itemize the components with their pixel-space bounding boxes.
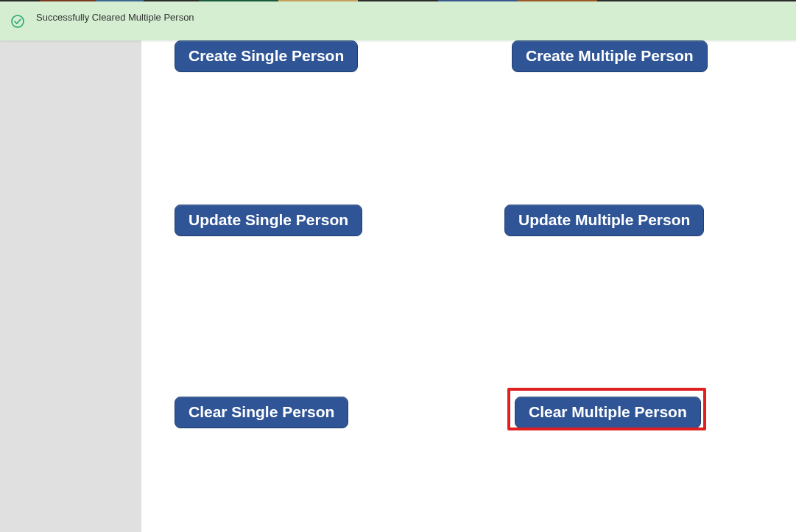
sidebar-placeholder [0,0,141,532]
success-toast: Successfully Cleared Multiple Person [0,1,796,40]
clear-multiple-person-button[interactable]: Clear Multiple Person [515,397,701,428]
check-circle-icon [11,15,24,28]
svg-point-0 [12,15,24,27]
window-accent-border [0,0,796,1]
update-single-person-button[interactable]: Update Single Person [175,205,362,236]
update-multiple-person-button[interactable]: Update Multiple Person [504,205,704,236]
create-single-person-button[interactable]: Create Single Person [175,40,358,72]
main-content: Create Single Person Create Multiple Per… [141,0,796,532]
clear-single-person-button[interactable]: Clear Single Person [175,397,348,428]
create-multiple-person-button[interactable]: Create Multiple Person [512,40,708,72]
toast-message: Successfully Cleared Multiple Person [36,12,194,23]
